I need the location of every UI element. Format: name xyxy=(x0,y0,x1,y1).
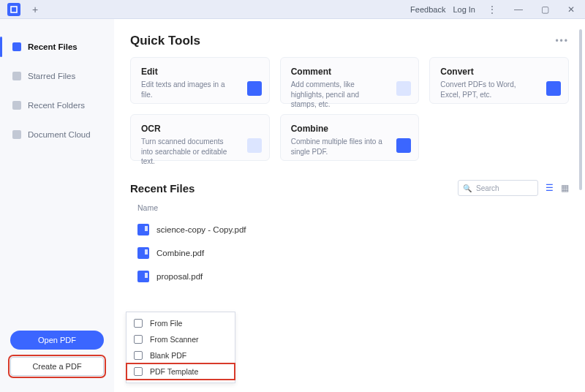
card-desc: Combine multiple files into a single PDF… xyxy=(291,137,386,157)
menu-item-label: From File xyxy=(150,319,182,328)
login-link[interactable]: Log In xyxy=(453,5,475,14)
sidebar: Recent Files Starred Files Recent Folder… xyxy=(0,19,114,392)
titlebar: + Feedback Log In ⋮ — ▢ ✕ xyxy=(0,0,585,19)
open-pdf-button[interactable]: Open PDF xyxy=(10,331,104,350)
search-input[interactable]: 🔍 Search xyxy=(458,180,538,196)
file-name: Combine.pdf xyxy=(156,249,204,257)
scrollbar-thumb[interactable] xyxy=(579,29,582,190)
card-title: OCR xyxy=(141,124,259,134)
search-icon: 🔍 xyxy=(463,184,472,192)
file-icon xyxy=(12,42,22,52)
card-comment[interactable]: Comment Add comments, like highlights, p… xyxy=(280,57,420,104)
file-row[interactable]: Combine.pdf xyxy=(130,241,569,265)
maximize-icon[interactable]: ▢ xyxy=(535,1,554,18)
card-title: Combine xyxy=(291,124,409,134)
card-title: Convert xyxy=(440,67,558,77)
template-icon xyxy=(134,367,143,376)
pdf-file-icon xyxy=(137,247,149,259)
file-name: proposal.pdf xyxy=(156,272,203,281)
sidebar-item-recent-folders[interactable]: Recent Folders xyxy=(0,91,114,120)
close-icon[interactable]: ✕ xyxy=(562,1,581,18)
sidebar-item-label: Starred Files xyxy=(28,72,75,80)
comment-icon xyxy=(396,81,411,96)
card-desc: Edit texts and images in a file. xyxy=(141,80,236,99)
scanner-icon xyxy=(134,335,143,344)
sidebar-item-starred-files[interactable]: Starred Files xyxy=(0,61,114,91)
pdf-file-icon xyxy=(137,224,149,235)
sidebar-item-recent-files[interactable]: Recent Files xyxy=(0,32,114,61)
card-desc: Convert PDFs to Word, Excel, PPT, etc. xyxy=(440,80,535,99)
view-list-icon[interactable]: ☰ xyxy=(546,183,554,193)
blank-page-icon xyxy=(134,351,143,360)
card-title: Edit xyxy=(141,67,259,77)
file-row[interactable]: proposal.pdf xyxy=(130,265,569,288)
add-tab-button[interactable]: + xyxy=(29,4,41,15)
file-row[interactable]: science-copy - Copy.pdf xyxy=(130,218,569,241)
card-combine[interactable]: Combine Combine multiple files into a si… xyxy=(280,114,420,161)
file-outline-icon xyxy=(134,319,143,328)
create-pdf-button[interactable]: Create a PDF xyxy=(10,357,104,376)
menu-item-blank-pdf[interactable]: Blank PDF xyxy=(127,347,235,363)
sidebar-item-document-cloud[interactable]: Document Cloud xyxy=(0,120,114,149)
menu-item-pdf-template[interactable]: PDF Template xyxy=(127,363,235,380)
convert-icon xyxy=(546,81,561,96)
card-edit[interactable]: Edit Edit texts and images in a file. xyxy=(130,57,270,104)
edit-icon xyxy=(247,81,262,96)
sidebar-item-label: Recent Files xyxy=(28,42,78,51)
cloud-icon xyxy=(12,129,22,140)
feedback-link[interactable]: Feedback xyxy=(410,5,445,14)
menu-item-label: PDF Template xyxy=(150,367,198,376)
view-grid-icon[interactable]: ▦ xyxy=(561,183,569,193)
card-convert[interactable]: Convert Convert PDFs to Word, Excel, PPT… xyxy=(429,57,569,104)
create-pdf-menu: From File From Scanner Blank PDF PDF Tem… xyxy=(126,312,235,383)
card-desc: Turn scanned documents into searchable o… xyxy=(141,137,236,167)
card-desc: Add comments, like highlights, pencil an… xyxy=(291,80,386,110)
menu-item-label: From Scanner xyxy=(150,335,199,344)
menu-item-from-file[interactable]: From File xyxy=(127,315,235,331)
minimize-icon[interactable]: — xyxy=(509,1,528,18)
recent-files-title: Recent Files xyxy=(130,182,195,195)
menu-item-label: Blank PDF xyxy=(150,351,186,360)
kebab-menu-icon[interactable]: ⋮ xyxy=(483,1,502,18)
sidebar-item-label: Document Cloud xyxy=(28,130,91,139)
quick-tools-title: Quick Tools xyxy=(130,34,200,48)
card-ocr[interactable]: OCR Turn scanned documents into searchab… xyxy=(130,114,270,161)
star-icon xyxy=(12,71,22,81)
column-header-name: Name xyxy=(137,203,569,212)
app-logo-icon xyxy=(7,3,20,16)
more-icon[interactable]: ••• xyxy=(555,36,569,46)
card-title: Comment xyxy=(291,67,409,77)
menu-item-from-scanner[interactable]: From Scanner xyxy=(127,331,235,347)
pdf-file-icon xyxy=(137,271,149,282)
folder-icon xyxy=(12,100,22,110)
search-placeholder: Search xyxy=(476,184,499,192)
ocr-icon xyxy=(247,138,262,153)
combine-icon xyxy=(396,138,411,153)
file-name: science-copy - Copy.pdf xyxy=(156,225,246,234)
svg-rect-0 xyxy=(11,7,17,12)
scrollbar[interactable] xyxy=(579,22,584,388)
sidebar-item-label: Recent Folders xyxy=(28,101,85,110)
